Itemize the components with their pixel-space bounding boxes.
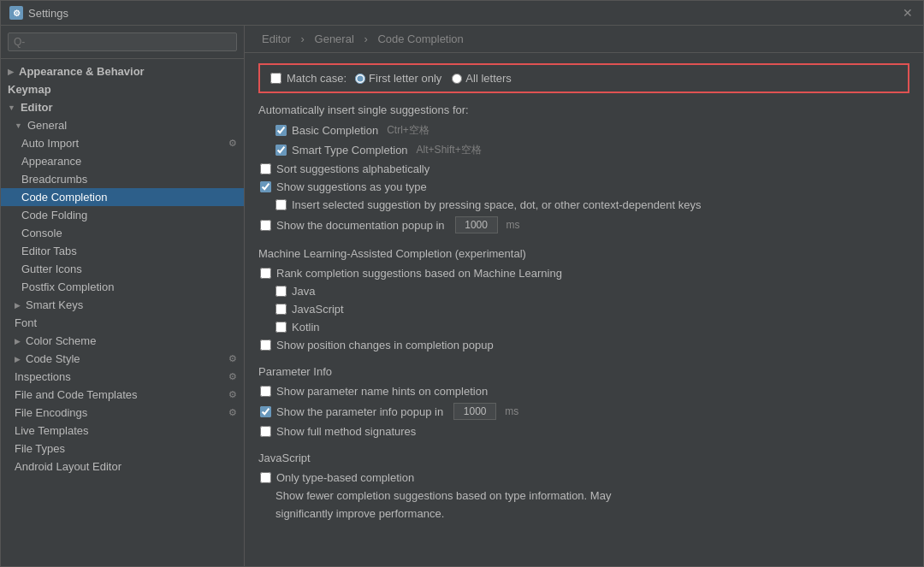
title-bar: ⚙ Settings ✕ <box>1 1 923 26</box>
sidebar-item-android-layout-editor[interactable]: Android Layout Editor <box>1 458 244 475</box>
sidebar-item-keymap[interactable]: Keymap <box>1 80 244 98</box>
sidebar-item-gutter-icons[interactable]: Gutter Icons <box>1 260 244 278</box>
sidebar-item-general[interactable]: ▼ General <box>1 116 244 134</box>
sidebar-item-code-style[interactable]: ▶ Code Style ⚙ <box>1 350 244 368</box>
all-letters-option[interactable]: All letters <box>452 72 511 85</box>
sort-suggestions-label: Sort suggestions alphabetically <box>276 162 429 175</box>
auto-insert-section: Automatically insert single suggestions … <box>258 103 909 233</box>
dialog-title: Settings <box>28 7 68 20</box>
show-suggestions-row: Show suggestions as you type <box>258 180 909 193</box>
show-param-hints-checkbox[interactable] <box>260 386 271 397</box>
java-label: Java <box>292 285 315 298</box>
java-checkbox[interactable] <box>275 286 287 297</box>
breadcrumb-current: Code Completion <box>377 32 463 45</box>
show-position-checkbox[interactable] <box>260 340 271 351</box>
sidebar-item-code-completion[interactable]: Code Completion <box>1 188 244 206</box>
match-case-label: Match case: <box>287 72 346 85</box>
show-param-hints-row: Show parameter name hints on completion <box>258 385 909 398</box>
sidebar-item-breadcrumbs[interactable]: Breadcrumbs <box>1 170 244 188</box>
sidebar-item-label: Live Templates <box>15 424 88 437</box>
breadcrumb: Editor › General › Code Completion <box>245 26 923 53</box>
sidebar-item-label: Appearance <box>21 155 81 168</box>
show-doc-popup-checkbox[interactable] <box>260 220 271 231</box>
gear-icon: ⚙ <box>228 138 237 149</box>
gear-icon: ⚙ <box>228 371 237 382</box>
smart-type-shortcut: Alt+Shift+空格 <box>417 143 482 157</box>
breadcrumb-general: General <box>315 32 354 45</box>
sidebar-item-color-scheme[interactable]: ▶ Color Scheme <box>1 332 244 350</box>
show-position-row: Show position changes in completion popu… <box>258 339 909 351</box>
right-panel: Editor › General › Code Completion Match… <box>245 26 923 566</box>
kotlin-checkbox[interactable] <box>275 322 287 333</box>
rank-suggestions-checkbox[interactable] <box>260 268 271 279</box>
sidebar-item-smart-keys[interactable]: ▶ Smart Keys <box>1 296 244 314</box>
sidebar-item-file-encodings[interactable]: File Encodings ⚙ <box>1 404 244 422</box>
javascript-row: JavaScript <box>258 303 909 316</box>
basic-completion-shortcut: Ctrl+空格 <box>387 123 429 138</box>
ml-section-title: Machine Learning-Assisted Completion (ex… <box>258 247 909 260</box>
sidebar-item-appearance-behavior[interactable]: ▶ Appearance & Behavior <box>1 62 244 80</box>
smart-type-checkbox[interactable] <box>275 145 287 156</box>
all-letters-radio[interactable] <box>452 74 462 84</box>
sidebar-item-label: Code Completion <box>21 191 107 204</box>
sidebar-item-code-folding[interactable]: Code Folding <box>1 206 244 224</box>
only-type-based-label: Only type-based completion <box>276 471 414 484</box>
sidebar-item-auto-import[interactable]: Auto Import ⚙ <box>1 134 244 152</box>
insert-selected-row: Insert selected suggestion by pressing s… <box>258 198 909 211</box>
expand-arrow: ▼ <box>15 121 22 130</box>
show-doc-ms-label: ms <box>506 219 520 231</box>
show-doc-popup-label: Show the documentation popup in <box>276 219 445 232</box>
expand-arrow: ▼ <box>8 103 15 112</box>
show-position-label: Show position changes in completion popu… <box>276 339 494 351</box>
show-doc-ms-input[interactable] <box>455 216 498 233</box>
sidebar-item-file-types[interactable]: File Types <box>1 440 244 458</box>
sidebar-item-editor[interactable]: ▼ Editor <box>1 98 244 116</box>
sort-suggestions-checkbox[interactable] <box>260 163 271 174</box>
breadcrumb-editor: Editor <box>262 32 291 45</box>
sort-suggestions-row: Sort suggestions alphabetically <box>258 162 909 175</box>
basic-completion-checkbox[interactable] <box>275 125 287 136</box>
sidebar-item-label: Android Layout Editor <box>15 460 121 473</box>
show-doc-popup-row: Show the documentation popup in ms <box>258 216 909 233</box>
sidebar-item-label: File Types <box>15 442 65 455</box>
ml-section: Machine Learning-Assisted Completion (ex… <box>258 247 909 351</box>
show-full-signatures-checkbox[interactable] <box>260 426 271 437</box>
gear-icon: ⚙ <box>228 353 237 364</box>
first-letter-only-option[interactable]: First letter only <box>355 72 441 85</box>
show-param-popup-checkbox[interactable] <box>260 406 271 417</box>
sidebar-item-label: Auto Import <box>21 137 79 150</box>
title-bar-left: ⚙ Settings <box>9 6 68 20</box>
sidebar-item-postfix-completion[interactable]: Postfix Completion <box>1 278 244 296</box>
sidebar-item-console[interactable]: Console <box>1 224 244 242</box>
sidebar-item-label: Gutter Icons <box>21 263 82 275</box>
show-suggestions-checkbox[interactable] <box>260 181 271 192</box>
match-case-checkbox[interactable] <box>270 73 281 84</box>
sidebar-item-label: Postfix Completion <box>21 281 114 293</box>
javascript-label: JavaScript <box>292 303 344 316</box>
show-param-ms-input[interactable] <box>453 403 496 420</box>
match-case-section: Match case: First letter only All letter… <box>258 63 909 93</box>
first-letter-only-radio[interactable] <box>355 74 365 84</box>
close-button[interactable]: ✕ <box>901 6 915 20</box>
sidebar-item-appearance[interactable]: Appearance <box>1 152 244 170</box>
first-letter-label: First letter only <box>369 72 441 85</box>
only-type-based-row: Only type-based completion <box>258 471 909 484</box>
sidebar-item-editor-tabs[interactable]: Editor Tabs <box>1 242 244 260</box>
sidebar-item-font[interactable]: Font <box>1 314 244 332</box>
only-type-based-checkbox[interactable] <box>260 472 271 483</box>
insert-selected-checkbox[interactable] <box>275 199 287 210</box>
tree-container: ▶ Appearance & Behavior Keymap ▼ Editor … <box>1 59 244 566</box>
gear-icon: ⚙ <box>228 389 237 400</box>
show-fewer-row: Show fewer completion suggestions based … <box>258 489 909 502</box>
search-input[interactable] <box>8 32 237 51</box>
basic-completion-label: Basic Completion <box>292 124 378 137</box>
show-param-ms-label: ms <box>505 405 518 417</box>
search-box <box>1 26 244 59</box>
sidebar-item-inspections[interactable]: Inspections ⚙ <box>1 368 244 386</box>
show-param-popup-label: Show the parameter info popup in <box>276 405 443 418</box>
rank-suggestions-label: Rank completion suggestions based on Mac… <box>276 267 562 280</box>
sidebar-item-live-templates[interactable]: Live Templates <box>1 422 244 440</box>
javascript-checkbox[interactable] <box>275 304 287 315</box>
sidebar-item-label: Inspections <box>15 370 71 383</box>
sidebar-item-file-code-templates[interactable]: File and Code Templates ⚙ <box>1 386 244 404</box>
